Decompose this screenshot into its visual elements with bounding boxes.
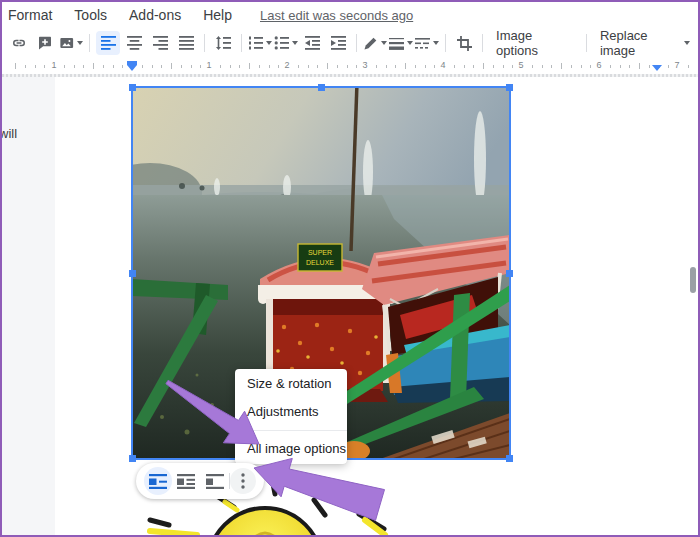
page-gutter: will — [2, 77, 55, 535]
wrap-text-button[interactable] — [172, 467, 200, 495]
numbered-list-icon[interactable] — [248, 31, 272, 55]
right-indent-marker[interactable] — [652, 65, 662, 71]
menu-item-all-image-options[interactable]: All image options — [235, 435, 347, 463]
bulleted-list-caret — [292, 41, 298, 45]
bulleted-list-icon[interactable] — [274, 31, 298, 55]
resize-handle-top-left[interactable] — [129, 84, 136, 91]
line-spacing-icon[interactable] — [211, 31, 235, 55]
image-options-button[interactable]: Image options — [488, 28, 581, 58]
resize-handle-bottom-right[interactable] — [506, 455, 513, 462]
menu-format[interactable]: Format — [8, 7, 52, 23]
replace-image-caret — [684, 41, 690, 45]
border-dash-caret — [433, 41, 439, 45]
menu-bar: Format Tools Add-ons Help Last edit was … — [2, 2, 698, 28]
border-dash-icon[interactable] — [415, 31, 439, 55]
insert-link-icon[interactable] — [7, 31, 31, 55]
last-edit-link[interactable]: Last edit was seconds ago — [260, 8, 413, 23]
crop-icon[interactable] — [452, 31, 476, 55]
toolbar: Image options Replace image — [2, 28, 698, 58]
border-color-caret — [381, 41, 387, 45]
align-center-button[interactable] — [122, 31, 146, 55]
menu-help[interactable]: Help — [203, 7, 232, 23]
replace-image-label: Replace image — [600, 28, 681, 58]
add-comment-icon[interactable] — [33, 31, 57, 55]
menu-separator — [235, 430, 347, 431]
menu-item-adjustments[interactable]: Adjustments — [235, 398, 347, 426]
resize-handle-middle-right[interactable] — [506, 270, 513, 277]
justify-button[interactable] — [174, 31, 198, 55]
numbered-list-caret — [266, 41, 272, 45]
menu-item-size-rotation[interactable]: Size & rotation — [235, 370, 347, 398]
image-context-menu: Size & rotation Adjustments All image op… — [235, 369, 347, 464]
menu-add-ons[interactable]: Add-ons — [129, 7, 181, 23]
insert-image-caret — [77, 41, 83, 45]
boat-sign-line1: SUPER — [308, 249, 332, 256]
replace-image-button[interactable]: Replace image — [592, 28, 698, 58]
resize-handle-middle-left[interactable] — [129, 270, 136, 277]
boat-sign-line2: DELUXE — [306, 259, 334, 266]
insert-image-icon[interactable] — [59, 31, 83, 55]
left-indent-marker[interactable] — [127, 61, 137, 71]
border-color-icon[interactable] — [363, 31, 387, 55]
more-image-options-button[interactable] — [230, 468, 256, 494]
in-line-button[interactable] — [144, 467, 172, 495]
align-right-button[interactable] — [148, 31, 172, 55]
menu-tools[interactable]: Tools — [74, 7, 107, 23]
ruler[interactable]: 11234567 — [2, 58, 698, 74]
align-left-button[interactable] — [96, 31, 120, 55]
decrease-indent-icon[interactable] — [300, 31, 324, 55]
image-position-toolbar — [136, 463, 264, 499]
border-weight-caret — [407, 41, 413, 45]
vertical-scrollbar-thumb[interactable] — [690, 267, 696, 293]
break-text-button[interactable] — [201, 467, 229, 495]
google-docs-window: Format Tools Add-ons Help Last edit was … — [0, 0, 700, 537]
increase-indent-icon[interactable] — [326, 31, 350, 55]
border-weight-icon[interactable] — [389, 31, 413, 55]
document-text-fragment[interactable]: will — [0, 126, 17, 141]
resize-handle-top-center[interactable] — [318, 84, 325, 91]
resize-handle-top-right[interactable] — [506, 84, 513, 91]
